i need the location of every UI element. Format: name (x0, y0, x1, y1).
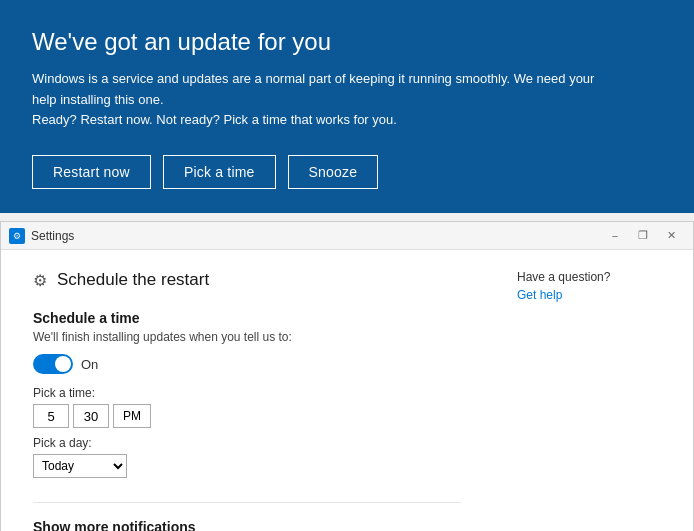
schedule-toggle-label: On (81, 357, 98, 372)
banner-title: We've got an update for you (32, 28, 662, 57)
schedule-toggle[interactable] (33, 354, 73, 374)
update-banner: We've got an update for you Windows is a… (0, 0, 694, 213)
section2-title: Show more notifications (33, 519, 461, 531)
time-inputs (33, 404, 461, 428)
help-title: Have a question? (517, 270, 669, 284)
titlebar-title: Settings (31, 229, 601, 243)
get-help-link[interactable]: Get help (517, 288, 562, 302)
minute-input[interactable] (73, 404, 109, 428)
ampm-input[interactable] (113, 404, 151, 428)
titlebar: ⚙ Settings − ❐ ✕ (1, 222, 693, 250)
pick-time-label: Pick a time: (33, 386, 461, 400)
hour-input[interactable] (33, 404, 69, 428)
pick-time-button[interactable]: Pick a time (163, 155, 276, 189)
day-select[interactable]: Today Tomorrow Monday Tuesday Wednesday … (33, 454, 127, 478)
page-title: Schedule the restart (57, 270, 209, 290)
settings-window: ⚙ Settings − ❐ ✕ ⚙ Schedule the restart … (0, 221, 694, 531)
schedule-icon: ⚙ (33, 271, 47, 290)
snooze-button[interactable]: Snooze (288, 155, 379, 189)
schedule-toggle-row: On (33, 354, 461, 374)
restart-now-button[interactable]: Restart now (32, 155, 151, 189)
settings-body: ⚙ Schedule the restart Schedule a time W… (1, 250, 693, 531)
settings-left-panel: ⚙ Schedule the restart Schedule a time W… (1, 250, 493, 531)
section1-title: Schedule a time (33, 310, 461, 326)
minimize-button[interactable]: − (601, 226, 629, 246)
banner-buttons: Restart now Pick a time Snooze (32, 155, 662, 189)
close-button[interactable]: ✕ (657, 226, 685, 246)
app-icon-glyph: ⚙ (13, 231, 21, 241)
banner-description: Windows is a service and updates are a n… (32, 69, 612, 131)
window-controls: − ❐ ✕ (601, 226, 685, 246)
page-heading: ⚙ Schedule the restart (33, 270, 461, 290)
pick-day-label: Pick a day: (33, 436, 461, 450)
restore-button[interactable]: ❐ (629, 226, 657, 246)
app-icon: ⚙ (9, 228, 25, 244)
section-divider (33, 502, 461, 503)
section1-desc: We'll finish installing updates when you… (33, 330, 461, 344)
settings-right-panel: Have a question? Get help (493, 250, 693, 531)
